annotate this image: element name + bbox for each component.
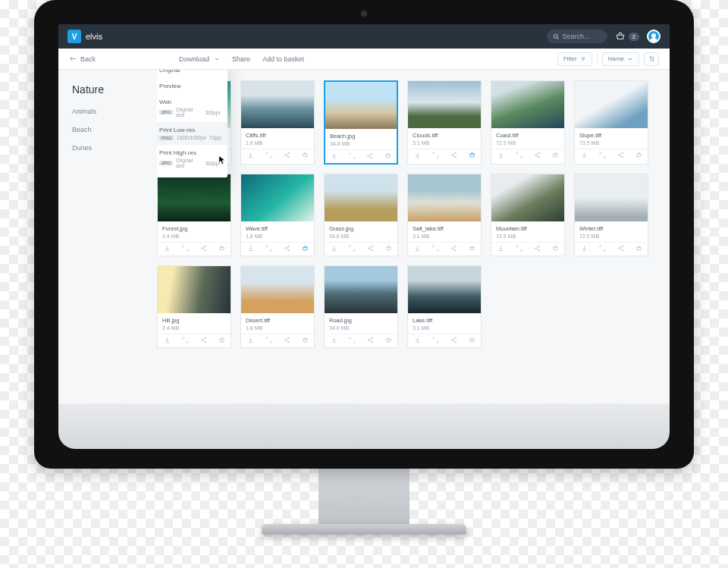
card-share-button[interactable] xyxy=(367,337,374,345)
card-basket-button[interactable] xyxy=(218,245,225,253)
card-basket-button[interactable] xyxy=(635,245,642,253)
card-basket-button[interactable] xyxy=(469,245,475,253)
filter-button[interactable]: Filter xyxy=(557,52,592,66)
asset-card[interactable]: Mountain.tiff72.5 MB xyxy=(491,174,565,256)
asset-thumbnail[interactable] xyxy=(325,82,397,129)
add-to-basket-button[interactable]: Add to basket xyxy=(262,55,304,63)
asset-card[interactable]: Desert.tiff1.8 MB xyxy=(240,265,315,348)
card-basket-button[interactable] xyxy=(302,245,309,253)
card-download-button[interactable] xyxy=(581,152,588,160)
card-expand-button[interactable] xyxy=(182,337,189,345)
card-share-button[interactable] xyxy=(534,245,541,253)
card-expand-button[interactable] xyxy=(599,245,606,253)
sidebar-item-animals[interactable]: Animals xyxy=(72,108,157,115)
card-download-button[interactable] xyxy=(497,245,504,253)
asset-card[interactable]: Wave.tiff1.8 MB xyxy=(240,174,315,256)
card-expand-button[interactable] xyxy=(432,245,439,253)
asset-thumbnail[interactable] xyxy=(491,81,564,128)
card-download-button[interactable] xyxy=(247,337,254,345)
asset-thumbnail[interactable] xyxy=(408,266,481,313)
card-share-button[interactable] xyxy=(200,337,207,345)
card-download-button[interactable] xyxy=(414,337,421,345)
asset-card[interactable]: Forest.jpg2.4 MB xyxy=(157,174,231,256)
user-avatar[interactable] xyxy=(647,30,661,43)
card-download-button[interactable] xyxy=(331,152,337,161)
card-share-button[interactable] xyxy=(450,245,457,253)
asset-card[interactable]: Road.jpg34.6 MB xyxy=(324,265,398,348)
card-share-button[interactable] xyxy=(284,152,290,160)
asset-card[interactable]: Cliffs.tiff1.8 MB xyxy=(240,80,315,165)
card-download-button[interactable] xyxy=(414,245,421,253)
back-button[interactable]: Back xyxy=(69,55,96,63)
card-share-button[interactable] xyxy=(366,152,373,161)
asset-thumbnail[interactable] xyxy=(241,266,314,313)
card-download-button[interactable] xyxy=(331,245,337,253)
asset-thumbnail[interactable] xyxy=(408,174,481,221)
card-share-button[interactable] xyxy=(450,337,457,345)
card-download-button[interactable] xyxy=(247,152,254,160)
card-basket-button[interactable] xyxy=(552,245,559,253)
app-logo[interactable]: V xyxy=(67,30,81,43)
card-download-button[interactable] xyxy=(164,245,171,253)
dd-print-high[interactable]: Print High-res JPG Original size 300ppi xyxy=(157,145,228,173)
card-basket-button[interactable] xyxy=(302,337,309,345)
sidebar-item-dunes[interactable]: Dunes xyxy=(72,144,157,152)
asset-card[interactable]: Coast.tiff72.5 MB xyxy=(491,80,565,165)
asset-thumbnail[interactable] xyxy=(325,266,397,313)
asset-thumbnail[interactable] xyxy=(325,174,397,221)
card-share-button[interactable] xyxy=(284,245,290,253)
asset-card[interactable]: Salt_lake.tiff3.1 MB xyxy=(407,174,482,256)
asset-thumbnail[interactable] xyxy=(158,174,231,221)
asset-card[interactable]: Winter.tiff72.5 MB xyxy=(574,174,648,256)
card-expand-button[interactable] xyxy=(516,152,522,160)
share-button[interactable]: Share xyxy=(232,55,250,63)
sort-direction-button[interactable] xyxy=(644,52,659,66)
card-share-button[interactable] xyxy=(617,152,624,160)
card-expand-button[interactable] xyxy=(349,152,356,161)
card-download-button[interactable] xyxy=(331,337,337,345)
sidebar-item-beach[interactable]: Beach xyxy=(72,126,157,133)
asset-card[interactable]: Clouds.tiff3.1 MB xyxy=(407,80,482,165)
asset-card[interactable]: Beach.jpg34.6 MB xyxy=(324,80,398,165)
card-expand-button[interactable] xyxy=(265,152,272,160)
sort-button[interactable]: Name xyxy=(602,52,639,66)
card-expand-button[interactable] xyxy=(349,245,356,253)
dd-preview[interactable]: Preview xyxy=(157,78,228,94)
card-expand-button[interactable] xyxy=(265,337,272,345)
card-share-button[interactable] xyxy=(200,245,207,253)
card-share-button[interactable] xyxy=(617,245,624,253)
card-download-button[interactable] xyxy=(164,337,171,345)
card-expand-button[interactable] xyxy=(349,337,356,345)
dd-original[interactable]: Original xyxy=(157,70,228,78)
card-download-button[interactable] xyxy=(581,245,588,253)
download-menu-trigger[interactable]: Download xyxy=(179,55,220,63)
card-basket-button[interactable] xyxy=(469,152,475,160)
card-expand-button[interactable] xyxy=(265,245,272,253)
card-expand-button[interactable] xyxy=(432,152,439,160)
asset-thumbnail[interactable] xyxy=(491,174,564,221)
card-basket-button[interactable] xyxy=(385,337,392,345)
card-basket-button[interactable] xyxy=(552,152,559,160)
search-input[interactable]: Search... xyxy=(547,30,607,43)
card-basket-button[interactable] xyxy=(469,337,475,345)
card-share-button[interactable] xyxy=(534,152,541,160)
card-download-button[interactable] xyxy=(247,245,254,253)
asset-thumbnail[interactable] xyxy=(575,81,648,128)
asset-card[interactable]: Hill.jpg2.4 MB xyxy=(157,265,231,348)
basket-button[interactable]: 2 xyxy=(615,31,639,42)
asset-thumbnail[interactable] xyxy=(241,81,314,128)
dd-print-low[interactable]: Print Low-res PNG 1920x1080px 72ppi xyxy=(157,122,228,145)
card-download-button[interactable] xyxy=(497,152,504,160)
card-expand-button[interactable] xyxy=(432,337,439,345)
asset-card[interactable]: Lake.tiff3.1 MB xyxy=(407,265,482,348)
card-basket-button[interactable] xyxy=(384,152,391,161)
card-share-button[interactable] xyxy=(450,152,457,160)
asset-thumbnail[interactable] xyxy=(241,174,314,221)
card-basket-button[interactable] xyxy=(635,152,642,160)
card-expand-button[interactable] xyxy=(182,245,189,253)
card-share-button[interactable] xyxy=(284,337,290,345)
card-expand-button[interactable] xyxy=(599,152,606,160)
card-expand-button[interactable] xyxy=(516,245,522,253)
card-download-button[interactable] xyxy=(414,152,421,160)
asset-thumbnail[interactable] xyxy=(408,81,481,128)
